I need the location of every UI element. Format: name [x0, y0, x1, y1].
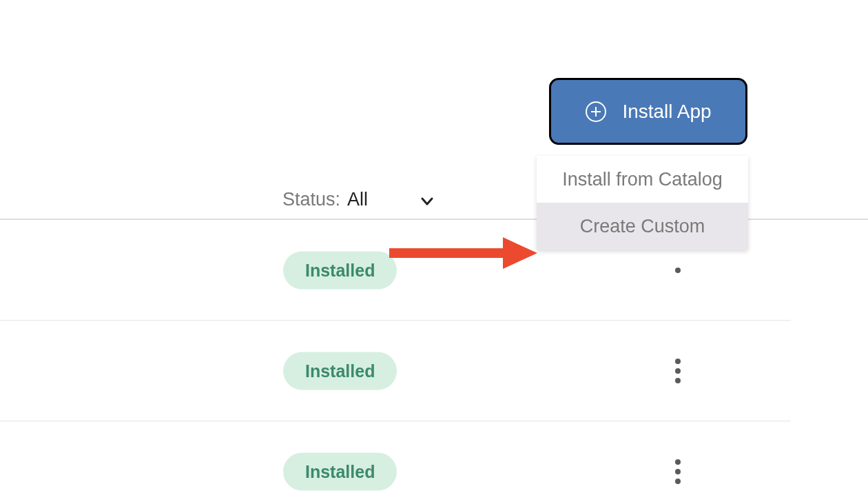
dropdown-item-create-custom[interactable]: Create Custom [537, 203, 748, 250]
table-row: Installed [0, 321, 791, 421]
row-actions-menu-button[interactable] [670, 353, 686, 389]
status-filter-label: Status: [282, 189, 340, 210]
table-row: Installed [0, 421, 791, 502]
status-filter-value[interactable]: All [347, 189, 368, 210]
status-badge: Installed [283, 251, 397, 289]
row-actions-menu-button[interactable] [670, 252, 686, 288]
install-app-dropdown: Install from Catalog Create Custom [537, 156, 748, 250]
install-app-label: Install App [622, 101, 711, 123]
status-badge: Installed [283, 352, 397, 390]
dropdown-item-install-from-catalog[interactable]: Install from Catalog [537, 156, 748, 203]
chevron-down-icon[interactable] [420, 194, 435, 212]
status-badge: Installed [283, 452, 397, 490]
row-actions-menu-button[interactable] [670, 454, 686, 490]
install-app-button[interactable]: Install App [549, 78, 747, 145]
plus-circle-icon [585, 101, 607, 123]
